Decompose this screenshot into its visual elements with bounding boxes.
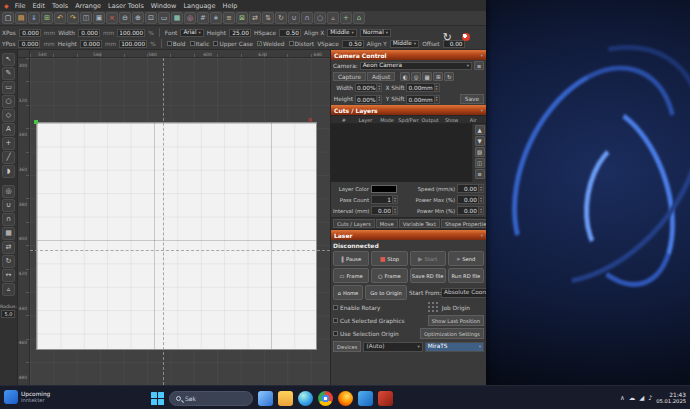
toolbar-icon[interactable]: ⊖ [119, 12, 131, 24]
spinner-arrows[interactable]: ▴▾ [376, 96, 381, 103]
tool-button[interactable]: ↖ [2, 53, 15, 66]
use-selection-origin-checkbox[interactable]: Use Selection Origin [333, 331, 418, 337]
taskbar-app-icon[interactable] [278, 391, 293, 406]
spinner-arrows[interactable]: ▴▾ [434, 96, 439, 103]
collapse-caret-icon[interactable]: ▾ [481, 53, 483, 58]
toolbar-icon[interactable]: ⇓ [28, 12, 40, 24]
job-origin-selector[interactable] [428, 302, 439, 313]
camera-tool-icon[interactable]: ↻ [444, 72, 454, 81]
work-area[interactable] [36, 122, 317, 350]
style-checkbox[interactable]: ✓ Welded [257, 41, 285, 47]
save-rd-button[interactable]: Save RD file [410, 268, 446, 283]
camera-tool-icon[interactable]: ◐ [400, 72, 410, 81]
menu-item[interactable]: Help [223, 2, 238, 10]
spinner-arrows[interactable]: ▴▾ [478, 207, 483, 214]
toolbar-icon[interactable]: ⌂ [353, 12, 365, 24]
taskbar-app-icon[interactable] [318, 391, 333, 406]
collapse-caret-icon[interactable]: ▾ [481, 233, 483, 238]
record-icon[interactable] [462, 33, 470, 41]
toolbar-icon[interactable]: ▦ [171, 12, 183, 24]
toolbar-icon[interactable]: ⊕ [132, 12, 144, 24]
toolbar-icon[interactable]: # [197, 12, 209, 24]
layer-tool-button[interactable]: ▧ [475, 147, 485, 157]
toolbar-icon[interactable]: ⇄ [249, 12, 261, 24]
menu-item[interactable]: Language [183, 2, 215, 10]
power-min-spinner[interactable]: 0.00▴▾ [457, 206, 484, 215]
tray-icon[interactable]: ∧ [620, 394, 625, 402]
taskbar-clock[interactable]: 21:43 05.01.2025 [656, 392, 686, 405]
run-rd-button[interactable]: Run RD file [448, 268, 484, 283]
toolbar-icon[interactable]: ⊞ [41, 12, 53, 24]
height-input[interactable]: 0.000 [80, 40, 102, 48]
toolbar-icon[interactable]: ○ [314, 12, 326, 24]
camera-menu-button[interactable]: ≡ [474, 61, 484, 70]
camera-width-spinner[interactable]: 0.00%▴▾ [355, 83, 382, 92]
menu-item[interactable]: File [15, 2, 26, 10]
device-select[interactable]: MiraTS▾ [425, 342, 484, 352]
interval-spinner[interactable]: 0.00▴▾ [371, 206, 398, 215]
spinner-arrows[interactable]: ▴▾ [478, 196, 483, 203]
toolbar-icon[interactable]: ∗ [210, 12, 222, 24]
spinner-arrows[interactable]: ▴▾ [478, 185, 483, 192]
frame-button[interactable]: ▭Frame [333, 268, 369, 283]
width-input[interactable]: 0.000 [78, 29, 100, 37]
pass-count-spinner[interactable]: 1▴▾ [371, 195, 398, 204]
start-button[interactable]: ▶Start [410, 251, 446, 266]
tool-button[interactable]: ◗ [2, 165, 15, 178]
toolbar-icon[interactable]: ▣ [93, 12, 105, 24]
tool-button[interactable]: ↻ [2, 255, 15, 268]
camera-tool-icon[interactable]: ⊞ [433, 72, 443, 81]
camera-select[interactable]: Aeon Camera▾ [360, 62, 472, 70]
vspace-input[interactable]: 0.50 [342, 40, 364, 48]
toolbar-icon[interactable]: ↷ [67, 12, 79, 24]
text-style-select[interactable]: Normal▾ [360, 29, 391, 37]
spinner-arrows[interactable]: ▴▾ [392, 207, 397, 214]
taskbar-app-icon[interactable] [358, 391, 373, 406]
taskbar-app-icon[interactable] [338, 391, 353, 406]
collapse-caret-icon[interactable]: ▾ [481, 108, 483, 113]
toolbar-icon[interactable]: ⊠ [236, 12, 248, 24]
enable-rotary-checkbox[interactable]: Enable Rotary [333, 305, 426, 311]
panel-tab[interactable]: Shape Properties [441, 219, 486, 228]
toolbar-icon[interactable]: + [340, 12, 352, 24]
ypos-input[interactable]: 0.000 [18, 40, 40, 48]
speed-spinner[interactable]: 0.00▴▾ [457, 184, 484, 193]
power-max-spinner[interactable]: 0.00▴▾ [457, 195, 484, 204]
style-checkbox[interactable]: Bold [167, 41, 186, 47]
tool-button[interactable]: ○ [2, 95, 15, 108]
toolbar-icon[interactable]: ◎ [184, 12, 196, 24]
layer-tool-button[interactable]: ◫ [475, 158, 485, 168]
spinner-arrows[interactable]: ▴▾ [376, 84, 381, 91]
tool-button[interactable]: ▦ [2, 227, 15, 240]
taskbar-widget[interactable]: Upcoming Inntekter [4, 390, 50, 404]
toolbar-icon[interactable]: ⇅ [262, 12, 274, 24]
toolbar-icon[interactable]: ∩ [301, 12, 313, 24]
pause-button[interactable]: ‖Pause [333, 251, 369, 266]
spinner-arrows[interactable]: ▴▾ [434, 84, 439, 91]
layer-color-swatch[interactable] [371, 185, 397, 193]
font-select[interactable]: Arial▾ [180, 29, 203, 37]
tool-button[interactable]: A [2, 123, 15, 136]
tray-icon[interactable]: ☁ [629, 394, 636, 402]
tool-button[interactable]: ∪ [2, 199, 15, 212]
spinner-arrows[interactable]: ▴▾ [392, 196, 397, 203]
tool-button[interactable]: ⇄ [2, 241, 15, 254]
tool-button[interactable]: ╱ [2, 151, 15, 164]
layer-list[interactable] [331, 124, 473, 182]
height-percent-input[interactable]: 100.000 [119, 40, 147, 48]
layer-tool-button[interactable]: ≡ [475, 169, 485, 179]
show-last-position-button[interactable]: Show Last Position [428, 315, 484, 326]
taskbar-app-icon[interactable] [298, 391, 313, 406]
toolbar-icon[interactable]: × [106, 12, 118, 24]
camera-yshift-spinner[interactable]: 0.00mm▴▾ [406, 95, 439, 104]
stop-button[interactable]: ■Stop [371, 251, 407, 266]
goto-origin-button[interactable]: Go to Origin [365, 285, 407, 300]
tool-button[interactable]: ▵ [2, 283, 15, 296]
taskbar-app-icon[interactable] [258, 391, 273, 406]
align-y-select[interactable]: Middle▾ [390, 40, 419, 48]
tool-button[interactable]: ↔ [2, 269, 15, 282]
toolbar-icon[interactable]: ◫ [80, 12, 92, 24]
xpos-input[interactable]: 0.000 [19, 29, 41, 37]
align-x-select[interactable]: Middle▾ [327, 29, 356, 37]
menu-item[interactable]: Window [151, 2, 177, 10]
